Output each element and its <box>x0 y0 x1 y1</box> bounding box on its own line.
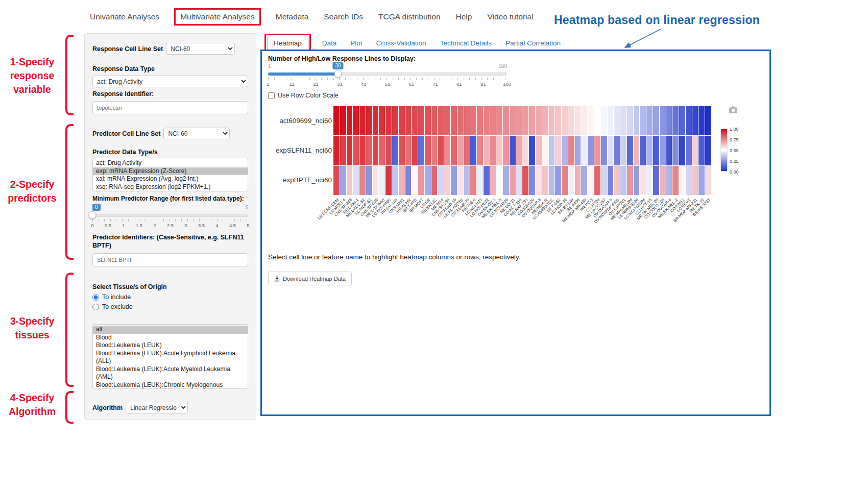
heatmap-cell[interactable] <box>490 136 496 165</box>
heatmap-cell[interactable] <box>562 136 568 165</box>
nav-item-univariate-analyses[interactable]: Univariate Analyses <box>89 9 160 25</box>
heatmap-cell[interactable] <box>614 136 620 165</box>
heatmap-cell[interactable] <box>698 166 705 195</box>
heatmap-cell[interactable] <box>477 136 483 165</box>
heatmap-cell[interactable] <box>379 106 385 135</box>
heatmap-cell[interactable] <box>549 136 555 165</box>
response-cell-line-set-select[interactable]: NCI-60 <box>166 43 235 55</box>
heatmap-cell[interactable] <box>516 166 522 195</box>
heatmap-cell[interactable] <box>646 136 653 165</box>
heatmap-cell[interactable] <box>412 136 418 165</box>
heatmap-cell[interactable] <box>490 106 496 135</box>
heatmap-cell[interactable] <box>581 166 587 195</box>
tissue-option-blood-leukemia-leuk-acute-lymphoid-leukemia-all[interactable]: Blood:Leukemia (LEUK):Acute Lymphoid Leu… <box>93 350 248 365</box>
predictor-data-type-option-xai-mrna-expression-avg-log2-int[interactable]: xai: mRNA Expression (Avg. log2 Int.) <box>93 175 248 183</box>
heatmap-cell[interactable] <box>666 136 672 165</box>
heatmap-cell[interactable] <box>686 106 692 135</box>
heatmap-cell[interactable] <box>418 166 424 195</box>
min-predictor-range-slider[interactable]: 5 0 00.511.522.533.544.55 <box>92 205 248 230</box>
heatmap-cell[interactable] <box>660 166 666 195</box>
tab-technical-details[interactable]: Technical Details <box>440 39 492 47</box>
heatmap-cell[interactable] <box>451 136 457 165</box>
heatmap-cell[interactable] <box>405 136 412 165</box>
heatmap-cell[interactable] <box>470 136 476 165</box>
heatmap-cell[interactable] <box>379 166 385 195</box>
heatmap-cell[interactable] <box>581 106 587 135</box>
tissue-option-all[interactable]: all <box>93 326 248 334</box>
heatmap-cell[interactable] <box>640 106 646 135</box>
heatmap-cell[interactable] <box>353 106 359 135</box>
heatmap-cell[interactable] <box>627 136 633 165</box>
heatmap-cell[interactable] <box>627 106 633 135</box>
heatmap-cell[interactable] <box>438 106 444 135</box>
heatmap-cell[interactable] <box>464 166 470 195</box>
heatmap-cell[interactable] <box>522 166 528 195</box>
heatmap-cell[interactable] <box>392 166 398 195</box>
heatmap-cell[interactable] <box>444 136 450 165</box>
heatmap-cell[interactable] <box>594 106 600 135</box>
heatmap-cell[interactable] <box>529 136 535 165</box>
heatmap-cell[interactable] <box>686 166 692 195</box>
heatmap-cell[interactable] <box>672 106 679 135</box>
heatmap-cell[interactable] <box>340 136 346 165</box>
heatmap-cell[interactable] <box>470 166 476 195</box>
heatmap-cell[interactable] <box>373 166 379 195</box>
heatmap-cell[interactable] <box>418 106 424 135</box>
heatmap-cell[interactable] <box>549 106 555 135</box>
heatmap-cell[interactable] <box>679 106 685 135</box>
slider-handle[interactable] <box>89 211 97 219</box>
predictor-data-type-option-xsq-rna-seq-expression-log2-fpkm-1[interactable]: xsq: RNA-seq Expression (log2 FPKM+1.) <box>93 183 248 191</box>
heatmap-cell[interactable] <box>555 136 561 165</box>
tissue-include-radio[interactable] <box>92 294 99 301</box>
heatmap-row-label-expslfn11-nci60[interactable]: expSLFN11_nci60 <box>267 136 332 165</box>
heatmap-cell[interactable] <box>477 106 483 135</box>
heatmap-cell[interactable] <box>484 106 490 135</box>
heatmap-cell[interactable] <box>594 136 600 165</box>
tissue-option-blood-leukemia-leuk[interactable]: Blood:Leukemia (LEUK) <box>93 341 248 350</box>
heatmap-cell[interactable] <box>359 106 366 135</box>
heatmap-cell[interactable] <box>542 136 548 165</box>
heatmap-cell[interactable] <box>686 136 692 165</box>
heatmap-cell[interactable] <box>562 106 568 135</box>
tissue-option-blood-leukemia-leuk-acute-myeloid-leukemia-aml[interactable]: Blood:Leukemia (LEUK):Acute Myeloid Leuk… <box>93 365 248 381</box>
heatmap-cell[interactable] <box>464 136 470 165</box>
heatmap-cell[interactable] <box>490 166 496 195</box>
heatmap-cell[interactable] <box>444 166 450 195</box>
heatmap-cell[interactable] <box>614 166 620 195</box>
heatmap-cell[interactable] <box>412 166 418 195</box>
heatmap-cell[interactable] <box>399 166 405 195</box>
camera-icon[interactable] <box>729 106 737 115</box>
heatmap-cell[interactable] <box>392 136 398 165</box>
heatmap-cell[interactable] <box>672 166 679 195</box>
heatmap-row-label-act609699-nci60[interactable]: act609699_nci60 <box>267 106 332 136</box>
response-data-type-select[interactable]: act: Drug Activity <box>92 76 248 87</box>
algorithm-select[interactable]: Linear Regression <box>126 402 188 413</box>
heatmap-cell[interactable] <box>359 136 366 165</box>
heatmap-cell[interactable] <box>347 136 353 165</box>
heatmap-cell[interactable] <box>620 106 626 135</box>
tab-data[interactable]: Data <box>322 39 337 47</box>
heatmap-cell[interactable] <box>431 106 438 135</box>
heatmap-cell[interactable] <box>457 106 464 135</box>
heatmap-cell[interactable] <box>333 136 340 165</box>
heatmap-cell[interactable] <box>340 106 346 135</box>
heatmap-cell[interactable] <box>634 106 640 135</box>
heatmap-cell[interactable] <box>457 166 464 195</box>
heatmap-cell[interactable] <box>431 166 438 195</box>
heatmap-cell[interactable] <box>503 136 509 165</box>
row-color-scale-checkbox[interactable] <box>268 92 275 99</box>
heatmap-cell[interactable] <box>392 106 398 135</box>
heatmap-cell[interactable] <box>620 166 626 195</box>
heatmap-cell[interactable] <box>405 106 412 135</box>
heatmap-cell[interactable] <box>418 136 424 165</box>
heatmap-cell[interactable] <box>373 106 379 135</box>
nav-item-metadata[interactable]: Metadata <box>275 9 309 25</box>
heatmap-cell[interactable] <box>536 136 542 165</box>
heatmap-cell[interactable] <box>594 166 600 195</box>
heatmap-cell[interactable] <box>588 136 594 165</box>
heatmap-cell[interactable] <box>620 136 626 165</box>
slider-bar[interactable] <box>92 214 248 217</box>
nav-item-video-tutorial[interactable]: Video tutorial <box>487 9 534 25</box>
heatmap-cell[interactable] <box>353 166 359 195</box>
nav-item-tcga-distribution[interactable]: TCGA distribution <box>378 9 441 25</box>
